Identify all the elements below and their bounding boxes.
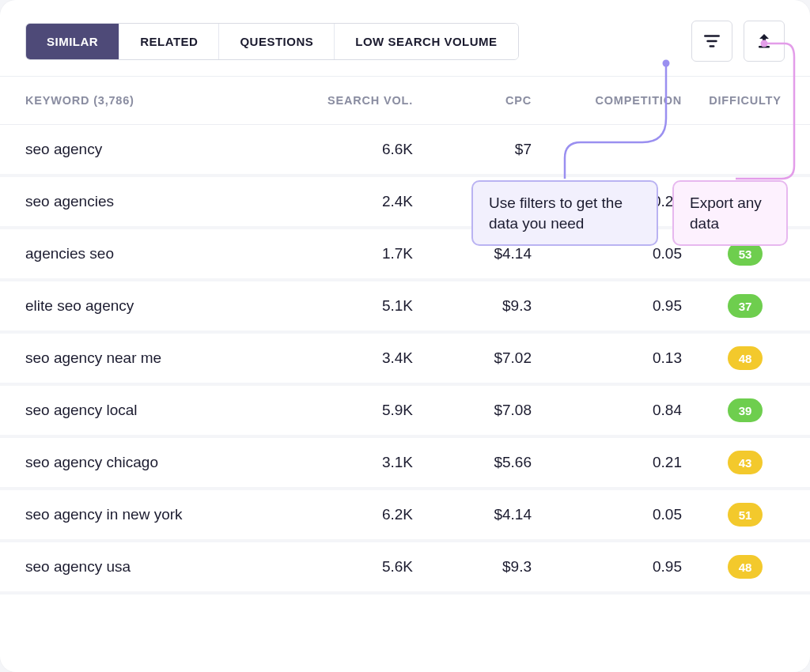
table-header: KEYWORD (3,786) SEARCH VOL. CPC COMPETIT… — [0, 77, 810, 125]
difficulty-badge: 48 — [728, 555, 763, 579]
table-row[interactable]: seo agency usa5.6K$9.30.9548 — [0, 542, 810, 595]
keyword-research-panel: SIMILAR RELATED QUESTIONS LOW SEARCH VOL… — [0, 0, 810, 672]
tab-similar[interactable]: SIMILAR — [26, 24, 119, 59]
callout-filters: Use filters to get the data you need — [471, 180, 658, 246]
cell-cpc: $7.08 — [413, 402, 532, 419]
table-row[interactable]: seo agency6.6K$7 — [0, 125, 810, 177]
cell-difficulty: 48 — [682, 555, 808, 579]
cell-search-vol: 5.6K — [255, 558, 413, 576]
cell-search-vol: 3.4K — [255, 349, 413, 367]
table-row[interactable]: seo agency local5.9K$7.080.8439 — [0, 386, 810, 438]
svg-rect-0 — [759, 46, 770, 47]
cell-keyword: seo agency usa — [25, 558, 255, 576]
table-row[interactable]: seo agency near me3.4K$7.020.1348 — [0, 334, 810, 386]
cell-competition: 0.95 — [532, 297, 682, 315]
cell-competition: 0.95 — [532, 558, 682, 576]
cell-cpc: $9.3 — [413, 558, 532, 576]
col-keyword[interactable]: KEYWORD (3,786) — [25, 94, 255, 107]
difficulty-badge: 37 — [728, 294, 763, 318]
cell-competition: 0.84 — [532, 402, 682, 419]
cell-difficulty: 43 — [682, 451, 808, 474]
export-icon — [755, 32, 774, 51]
cell-cpc: $9.3 — [413, 297, 532, 315]
table-row[interactable]: seo agency in new york6.2K$4.140.0551 — [0, 490, 810, 542]
cell-search-vol: 6.2K — [255, 506, 413, 523]
cell-keyword: seo agency in new york — [25, 506, 255, 523]
cell-cpc: $4.14 — [413, 245, 532, 262]
cell-keyword: elite seo agency — [25, 297, 255, 315]
keyword-table: KEYWORD (3,786) SEARCH VOL. CPC COMPETIT… — [0, 77, 810, 595]
cell-competition: 0.21 — [532, 454, 682, 471]
tab-questions[interactable]: QUESTIONS — [219, 24, 335, 59]
cell-search-vol: 2.4K — [255, 193, 413, 210]
cell-cpc: $7.02 — [413, 349, 532, 367]
cell-keyword: seo agency local — [25, 402, 255, 419]
cell-keyword: seo agency — [25, 141, 255, 158]
table-row[interactable]: elite seo agency5.1K$9.30.9537 — [0, 281, 810, 334]
difficulty-badge: 48 — [728, 346, 763, 370]
difficulty-badge: 39 — [728, 398, 763, 422]
difficulty-badge: 51 — [728, 503, 763, 527]
cell-cpc: $7 — [413, 141, 532, 158]
cell-keyword: agencies seo — [25, 245, 255, 262]
table-row[interactable]: seo agency chicago3.1K$5.660.2143 — [0, 438, 810, 490]
cell-difficulty: 39 — [682, 398, 808, 422]
cell-search-vol: 3.1K — [255, 454, 413, 471]
tab-related[interactable]: RELATED — [119, 24, 219, 59]
cell-difficulty: 37 — [682, 294, 808, 318]
top-bar: SIMILAR RELATED QUESTIONS LOW SEARCH VOL… — [0, 21, 810, 76]
cell-competition: 0.13 — [532, 349, 682, 367]
tab-group: SIMILAR RELATED QUESTIONS LOW SEARCH VOL… — [25, 23, 519, 60]
col-cpc[interactable]: CPC — [413, 94, 532, 107]
col-competition[interactable]: COMPETITION — [532, 94, 682, 107]
filter-icon — [702, 31, 722, 51]
cell-keyword: seo agency near me — [25, 349, 255, 367]
callout-export: Export any data — [672, 180, 788, 246]
cell-cpc: $4.14 — [413, 506, 532, 523]
difficulty-badge: 43 — [728, 451, 763, 474]
cell-difficulty: 48 — [682, 346, 808, 370]
cell-search-vol: 1.7K — [255, 245, 413, 262]
cell-competition: 0.05 — [532, 506, 682, 523]
cell-keyword: seo agencies — [25, 193, 255, 210]
cell-difficulty: 51 — [682, 503, 808, 527]
action-buttons — [691, 21, 785, 62]
tab-low-search-volume[interactable]: LOW SEARCH VOLUME — [335, 24, 517, 59]
cell-cpc: $5.66 — [413, 454, 532, 471]
col-search-vol[interactable]: SEARCH VOL. — [255, 94, 413, 107]
cell-search-vol: 5.1K — [255, 297, 413, 315]
cell-search-vol: 6.6K — [255, 141, 413, 158]
filter-button[interactable] — [691, 21, 732, 62]
cell-keyword: seo agency chicago — [25, 454, 255, 471]
cell-search-vol: 5.9K — [255, 402, 413, 419]
export-button[interactable] — [744, 21, 785, 62]
col-difficulty[interactable]: DIFFICULTY — [682, 94, 808, 107]
cell-competition: 0.05 — [532, 245, 682, 262]
